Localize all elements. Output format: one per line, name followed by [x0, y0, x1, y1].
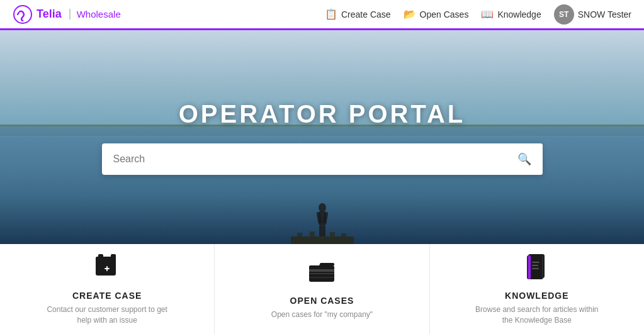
create-case-feature-icon	[93, 253, 121, 284]
user-menu[interactable]: ST SNOW Tester	[554, 4, 631, 25]
open-cases-feature-icon	[308, 258, 336, 289]
svg-rect-21	[309, 277, 334, 278]
hero-section: OPERATOR PORTAL 🔍	[0, 30, 644, 244]
svg-rect-8	[297, 233, 302, 237]
svg-rect-5	[319, 225, 322, 237]
create-case-desc: Contact our customer support to get help…	[44, 304, 170, 326]
knowledge-desc: Browse and search for articles within th…	[474, 304, 600, 326]
telia-brand-name: Telia	[37, 8, 62, 21]
open-cases-title: OPEN CASES	[290, 296, 354, 306]
svg-rect-7	[291, 237, 354, 244]
svg-rect-10	[330, 232, 335, 237]
search-button[interactable]: 🔍	[506, 143, 543, 175]
feature-open-cases[interactable]: OPEN CASES Open cases for "my company"	[215, 244, 429, 334]
search-icon: 🔍	[517, 153, 531, 165]
header-navigation: 📋 Create Case 📂 Open Cases 📖 Knowledge S…	[325, 4, 631, 25]
nav-knowledge[interactable]: 📖 Knowledge	[481, 8, 541, 20]
nav-knowledge-label: Knowledge	[497, 9, 541, 19]
svg-rect-25	[528, 255, 531, 279]
nav-open-cases-label: Open Cases	[420, 9, 469, 19]
nav-create-case-label: Create Case	[341, 9, 391, 19]
svg-rect-27	[532, 265, 538, 266]
feature-knowledge[interactable]: KNOWLEDGE Browse and search for articles…	[430, 244, 644, 334]
svg-rect-19	[309, 269, 334, 272]
create-case-icon: 📋	[325, 8, 337, 20]
features-section: CREATE CASE Contact our customer support…	[0, 244, 644, 334]
search-bar: 🔍	[102, 143, 543, 175]
svg-rect-14	[98, 254, 103, 259]
svg-rect-9	[310, 231, 315, 237]
search-input[interactable]	[102, 145, 506, 174]
svg-rect-17	[106, 266, 108, 271]
create-case-title: CREATE CASE	[72, 291, 142, 301]
svg-rect-11	[341, 233, 346, 237]
svg-rect-28	[532, 268, 539, 269]
knowledge-feature-icon	[523, 253, 551, 284]
svg-rect-6	[322, 225, 325, 237]
user-name: SNOW Tester	[578, 9, 631, 19]
svg-point-1	[319, 203, 326, 212]
svg-rect-26	[532, 262, 539, 263]
knowledge-svg-icon	[523, 253, 551, 281]
knowledge-icon: 📖	[481, 8, 494, 20]
dock-silhouette	[278, 194, 366, 244]
logo-area: Telia Wholesale	[13, 4, 121, 25]
feature-create-case[interactable]: CREATE CASE Contact our customer support…	[0, 244, 215, 334]
open-cases-desc: Open cases for "my company"	[271, 309, 373, 320]
create-case-svg-icon	[93, 253, 121, 281]
avatar: ST	[554, 4, 574, 25]
nav-open-cases[interactable]: 📂 Open Cases	[404, 8, 469, 20]
division-name: Wholesale	[69, 9, 121, 19]
telia-logo[interactable]: Telia	[13, 4, 62, 25]
open-cases-icon: 📂	[404, 8, 416, 20]
knowledge-title: KNOWLEDGE	[505, 291, 569, 301]
nav-create-case[interactable]: 📋 Create Case	[325, 8, 391, 20]
open-cases-svg-icon	[308, 258, 336, 286]
svg-rect-15	[111, 254, 116, 259]
telia-swirl-icon	[13, 4, 33, 25]
hero-title: OPERATOR PORTAL	[179, 100, 466, 128]
header: Telia Wholesale 📋 Create Case 📂 Open Cas…	[0, 0, 644, 30]
svg-rect-20	[309, 273, 334, 274]
